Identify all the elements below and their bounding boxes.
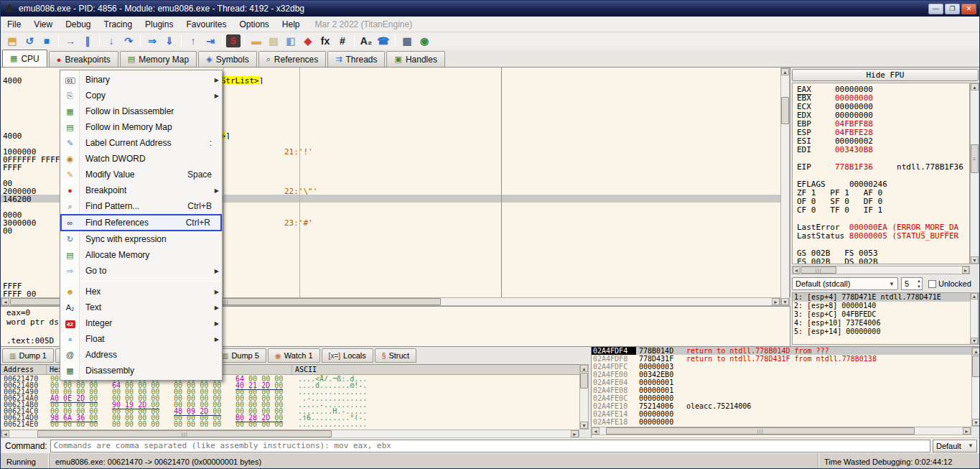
scroll-thumb[interactable]: |||	[37, 430, 332, 437]
menu-plugins[interactable]: Plugins	[139, 17, 179, 32]
register-list[interactable]: EAX 00000000EBX 00000000ECX 00000000EDX …	[792, 83, 970, 264]
register-row[interactable]: CF 0 TF 0 IF 1	[797, 206, 969, 215]
argument-row[interactable]: 1: [esp+4] 778D471E ntdll.778D471E	[793, 293, 979, 302]
label-button[interactable]: ◧	[283, 34, 299, 48]
calculator-button[interactable]: ▦	[399, 34, 415, 48]
dump-row[interactable]: 006214C000 00 00 0000 00 00 0048 09 2D 0…	[1, 407, 579, 414]
stack-row[interactable]: 02A4FE1400000000	[592, 410, 971, 418]
tab-memory-map[interactable]: ▤Memory Map	[120, 51, 197, 67]
step-into-button[interactable]: ↓	[103, 34, 119, 48]
register-row[interactable]: EDI 003430B8	[797, 146, 969, 154]
menu-options[interactable]: Options	[233, 17, 275, 32]
scroll-down-arrow[interactable]: ▼	[971, 338, 978, 344]
argument-row[interactable]: 5: [esp+14] 00000000	[793, 328, 979, 336]
dump-row[interactable]: 0062149000 00 00 0000 00 00 0000 00 00 0…	[1, 388, 579, 394]
menu-item-float[interactable]: ●Float▶	[60, 331, 222, 347]
tab-dump-1[interactable]: ▥Dump 1	[2, 348, 54, 363]
comment-column-separator[interactable]	[501, 68, 502, 297]
register-row[interactable]: ES 002B DS 002B	[797, 258, 969, 264]
menu-item-follow-in-disassembler[interactable]: ▦Follow in Disassembler	[60, 103, 222, 119]
stack-row[interactable]: 02A4FDF8778D431Freturn to ntdll.778D431F…	[592, 355, 971, 363]
maximize-button[interactable]: ❐	[945, 4, 960, 14]
argument-row[interactable]: 2: [esp+8] 00000140	[793, 302, 979, 310]
menu-item-copy[interactable]: ⎘Copy▶	[60, 88, 222, 103]
calling-convention-select[interactable]: Default (stdcall) ▼	[792, 277, 898, 290]
registers-horizontal-scrollbar[interactable]: ◄ ||| ►	[792, 266, 970, 274]
stack-row[interactable]: 02A4FE0000342EB0	[592, 371, 971, 379]
menu-item-follow-in-memory-map[interactable]: ▤Follow in Memory Map	[60, 119, 222, 135]
menu-debug[interactable]: Debug	[59, 17, 97, 32]
scroll-left-arrow[interactable]: ◄	[793, 266, 800, 274]
scroll-right-arrow[interactable]: ►	[571, 430, 579, 437]
menu-item-label-current-address[interactable]: ✎Label Current Address:	[60, 135, 222, 151]
stack-panel[interactable]: 02A4FDF4778B014Dreturn to ntdll.778B014D…	[591, 347, 971, 438]
scroll-thumb[interactable]	[972, 356, 980, 377]
stack-row[interactable]: 02A4FE0800000001	[592, 386, 971, 394]
trace-over-button[interactable]: ⇓	[162, 34, 177, 48]
dump-row[interactable]: 006214D098 6A 36 0000 00 00 0000 00 00 0…	[1, 414, 579, 420]
run-button[interactable]: →	[62, 34, 78, 48]
pause-button[interactable]: ∥	[80, 34, 95, 48]
tab-threads[interactable]: ⇉Threads	[327, 51, 385, 67]
bookmark-button[interactable]: ◆	[300, 34, 316, 48]
execute-till-return-button[interactable]: ↑	[185, 34, 201, 48]
menu-item-hex[interactable]: ☻Hex▶	[60, 284, 222, 299]
menu-favourites[interactable]: Favourites	[179, 17, 233, 32]
stop-button[interactable]: ■	[39, 34, 55, 48]
tab-symbols[interactable]: ◈Symbols	[198, 51, 256, 67]
scroll-up-arrow[interactable]: ▲	[972, 348, 980, 355]
tab-struct[interactable]: §Struct	[375, 348, 416, 363]
scroll-down-arrow[interactable]: ▼	[972, 419, 980, 426]
open-file-button[interactable]: ⬒	[4, 34, 20, 48]
comment-button[interactable]: ▤	[266, 34, 281, 48]
stack-row[interactable]: 02A4FE1075214006oleacc.75214006	[592, 402, 971, 410]
phone-button[interactable]: ☎	[375, 34, 391, 48]
trace-into-button[interactable]: ⇒	[144, 34, 160, 48]
command-script-dropdown[interactable]: Default ▼	[933, 440, 977, 452]
stack-row[interactable]: 02A4FE0C00000000	[592, 394, 971, 402]
scroll-thumb[interactable]: |||	[801, 266, 836, 274]
menu-item-watch-dword[interactable]: ◉Watch DWORD	[60, 151, 222, 167]
menu-item-binary[interactable]: 01Binary▶	[60, 72, 222, 88]
scroll-left-arrow[interactable]: ◄	[1, 298, 9, 305]
menu-item-find-references[interactable]: ∞Find ReferencesCtrl+R	[60, 214, 222, 231]
menu-item-text[interactable]: A₂Text▶	[60, 299, 222, 315]
disasm-vertical-scrollbar[interactable]: ▲ ▼	[780, 68, 790, 306]
unlocked-checkbox[interactable]	[928, 280, 936, 288]
register-row[interactable]: LastStatus 80000005 (STATUS_BUFFER	[797, 232, 969, 241]
registers-vertical-scrollbar[interactable]: ▲ ≡ ▼	[970, 83, 979, 264]
tab-breakpoints[interactable]: ●Breakpoints	[49, 51, 118, 67]
register-row[interactable]: EIP 778B1F36 ntdll.778B1F36	[797, 163, 969, 172]
menu-item-sync-with-expression[interactable]: ↻Sync with expression	[60, 231, 222, 247]
scroll-thumb[interactable]	[781, 97, 789, 124]
menu-item-integer[interactable]: 42Integer▶	[60, 315, 222, 331]
scroll-up-arrow[interactable]: ▲	[781, 68, 789, 75]
scroll-left-arrow[interactable]: ◄	[592, 427, 599, 435]
dump-row[interactable]: 0062148000 00 00 0064 00 00 0000 00 00 0…	[1, 381, 579, 388]
globe-button[interactable]: ◉	[416, 34, 432, 48]
spinner-arrows-icon[interactable]: ▲▼	[917, 278, 921, 289]
scroll-down-arrow[interactable]: ▼	[781, 298, 789, 305]
command-input[interactable]	[50, 440, 930, 452]
scroll-thumb[interactable]: ≡	[971, 144, 979, 173]
scroll-right-arrow[interactable]: ►	[963, 427, 971, 435]
stack-row[interactable]: 02A4FDFC00000003	[592, 363, 971, 371]
tab-locals[interactable]: [x=]Locals	[322, 348, 373, 363]
scroll-up-arrow[interactable]: ▲	[580, 365, 588, 372]
scroll-down-arrow[interactable]: ▼	[580, 422, 588, 429]
function-button[interactable]: fx	[317, 34, 333, 48]
argument-row[interactable]: 4: [esp+10] 737E4006	[793, 319, 979, 328]
scylla-button[interactable]: S	[226, 34, 241, 47]
arguments-panel[interactable]: 1: [esp+4] 778D471E ntdll.778D471E2: [es…	[792, 292, 979, 345]
menu-item-find-pattern[interactable]: ⌕Find Pattern...Ctrl+B	[60, 198, 222, 214]
stack-row[interactable]: 02A4FDF4778B014Dreturn to ntdll.778B014D…	[592, 347, 971, 355]
scroll-up-arrow[interactable]: ▲	[971, 293, 978, 299]
menu-view[interactable]: View	[27, 17, 59, 32]
scroll-right-arrow[interactable]: ►	[772, 298, 780, 305]
stack-row[interactable]: 02A4FE0400000001	[592, 379, 971, 386]
scroll-up-arrow[interactable]: ▲	[971, 83, 979, 90]
menu-file[interactable]: File	[1, 17, 27, 32]
arg-count-spinner[interactable]: 5 ▲▼	[901, 277, 923, 290]
tab-cpu[interactable]: ▦CPU	[2, 50, 47, 67]
dump-row[interactable]: 006214A0A0 0E 2D 0000 00 00 0000 00 00 0…	[1, 394, 579, 401]
